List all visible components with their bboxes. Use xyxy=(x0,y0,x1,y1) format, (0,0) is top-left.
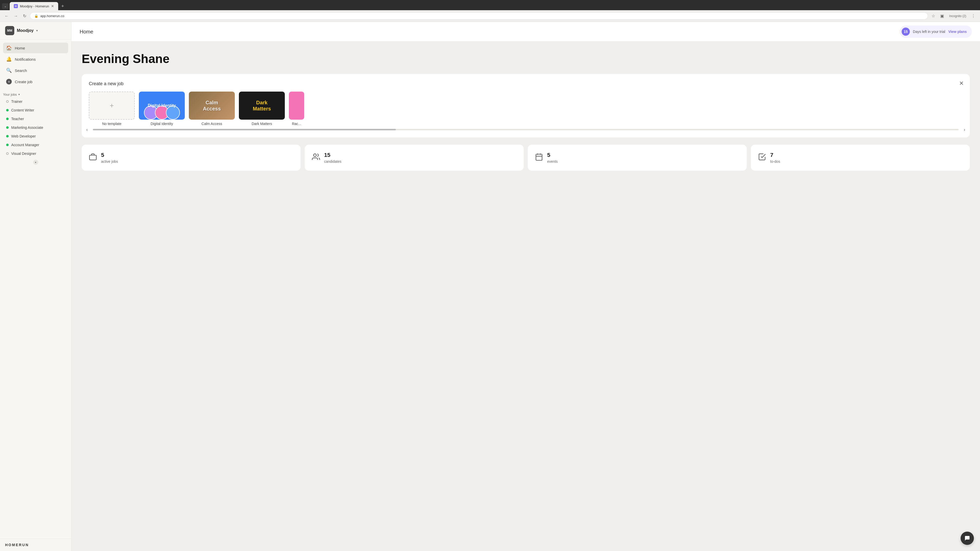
job-label-content-writer: Content Writer xyxy=(11,108,34,112)
template-item-digital-identity[interactable]: Digital Identity Digital Identity xyxy=(139,92,185,126)
active-tab[interactable]: M Moodjoy - Homerun ✕ xyxy=(10,2,58,10)
stat-label-events: events xyxy=(547,159,558,164)
job-item-account-manager[interactable]: Account Manager xyxy=(3,141,68,149)
template-thumb-rac xyxy=(289,92,304,120)
templates-scroll-right-btn[interactable]: › xyxy=(964,127,965,132)
svg-rect-0 xyxy=(89,155,97,160)
job-status-dot-content-writer xyxy=(6,109,9,111)
new-tab-btn[interactable]: + xyxy=(59,3,66,10)
sidebar-item-search-label: Search xyxy=(15,68,27,73)
your-jobs-section-header: Your jobs ▾ xyxy=(0,90,71,97)
template-visual-digital-identity: Digital Identity xyxy=(139,92,185,120)
template-item-dark-matters[interactable]: Dark Matters Dark Matters xyxy=(239,92,285,126)
homerun-logo: HOMERUN xyxy=(5,543,66,547)
page-title: Home xyxy=(80,29,93,35)
stat-number-active-jobs: 5 xyxy=(101,152,118,159)
browser-chrome: ⌄ M Moodjoy - Homerun ✕ + ← → ↻ 🔒 app.ho… xyxy=(0,0,980,22)
job-label-visual-designer: Visual Designer xyxy=(11,151,36,156)
sidebar-scroll-indicator: ▾ xyxy=(0,158,71,167)
stats-row: 5 active jobs 15 xyxy=(82,144,970,171)
svg-rect-2 xyxy=(536,154,542,160)
incognito-btn[interactable]: Incognito (2) xyxy=(948,13,968,19)
stat-card-candidates[interactable]: 15 candidates xyxy=(305,144,524,171)
tab-switcher-btn[interactable]: ⌄ xyxy=(2,3,9,9)
templates-scroll-left-btn[interactable]: ‹ xyxy=(86,127,88,132)
templates-scroll-container: + No template Digital Identity xyxy=(89,92,963,130)
tab-close-btn[interactable]: ✕ xyxy=(51,4,54,8)
templates-scroll-thumb[interactable] xyxy=(93,129,396,130)
job-item-marketing-associate[interactable]: Marketing Associate xyxy=(3,124,68,132)
templates-scroll-track xyxy=(93,129,959,130)
nav-bar: ← → ↻ 🔒 app.homerun.co ☆ ▣ Incognito (2)… xyxy=(0,10,980,22)
template-visual-ca-text: Calm Access xyxy=(203,100,221,112)
create-job-card: Create a new job ✕ + No template xyxy=(82,74,970,138)
create-job-close-btn[interactable]: ✕ xyxy=(959,80,964,87)
reload-btn[interactable]: ↻ xyxy=(21,13,28,19)
job-label-trainer: Trainer xyxy=(11,100,22,103)
job-item-content-writer[interactable]: Content Writer xyxy=(3,106,68,114)
create-job-title: Create a new job xyxy=(89,81,963,86)
sidebar-item-create-job[interactable]: + Create job xyxy=(3,76,68,87)
app-container: MM Moodjoy ▾ 🏠 Home 🔔 Notifications 🔍 Se… xyxy=(0,22,980,551)
job-item-web-developer[interactable]: Web Developer xyxy=(3,132,68,140)
greeting-heading: Evening Shane xyxy=(82,52,970,66)
template-label-digital-identity: Digital Identity xyxy=(139,122,185,126)
view-plans-link[interactable]: View plans xyxy=(948,30,967,34)
chat-button[interactable] xyxy=(961,532,974,545)
top-bar: Home 15 Days left in your trial View pla… xyxy=(72,22,980,41)
job-status-dot-visual-designer xyxy=(6,152,9,155)
template-thumb-calm-access: Calm Access xyxy=(189,92,235,120)
tab-bar: ⌄ M Moodjoy - Homerun ✕ + xyxy=(0,0,980,10)
back-btn[interactable]: ← xyxy=(3,13,10,19)
sidebar-nav: 🏠 Home 🔔 Notifications 🔍 Search + Create… xyxy=(0,40,71,90)
template-plus-icon: + xyxy=(110,102,114,110)
calendar-icon xyxy=(535,153,543,163)
stat-card-todos[interactable]: 7 to-dos xyxy=(751,144,970,171)
content-area: Evening Shane Create a new job ✕ + No te… xyxy=(72,41,980,551)
tab-title: Moodjoy - Homerun xyxy=(20,4,49,8)
template-label-no-template: No template xyxy=(89,122,135,126)
company-dropdown-arrow[interactable]: ▾ xyxy=(36,29,38,32)
address-bar[interactable]: 🔒 app.homerun.co xyxy=(30,12,928,20)
stat-label-candidates: candidates xyxy=(324,159,342,164)
template-thumb-no-template: + xyxy=(89,92,135,120)
job-list: Trainer Content Writer Teacher Marketing… xyxy=(0,97,71,158)
stat-card-active-jobs[interactable]: 5 active jobs xyxy=(82,144,301,171)
job-item-teacher[interactable]: Teacher xyxy=(3,115,68,123)
menu-btn[interactable]: ⋮ xyxy=(970,13,977,19)
sidebar-toggle-btn[interactable]: ▣ xyxy=(939,13,945,19)
templates-row: + No template Digital Identity xyxy=(89,92,963,126)
your-jobs-label: Your jobs xyxy=(3,93,17,97)
checklist-icon xyxy=(758,153,766,163)
job-status-dot-account-manager xyxy=(6,144,9,146)
template-item-rac[interactable]: Rac... xyxy=(289,92,304,126)
stat-number-todos: 7 xyxy=(770,152,780,159)
company-name: Moodjoy xyxy=(17,28,34,33)
trial-days-number: 15 xyxy=(902,27,910,36)
sidebar-footer: HOMERUN xyxy=(0,538,71,551)
template-label-rac: Rac... xyxy=(289,122,304,126)
job-item-trainer[interactable]: Trainer xyxy=(3,97,68,106)
bookmark-btn[interactable]: ☆ xyxy=(930,13,937,19)
job-status-dot-trainer xyxy=(6,100,9,103)
stat-info-events: 5 events xyxy=(547,152,558,164)
your-jobs-dropdown-icon: ▾ xyxy=(18,93,20,96)
sidebar-scroll-down-btn[interactable]: ▾ xyxy=(33,160,38,165)
sidebar-item-home[interactable]: 🏠 Home xyxy=(3,43,68,53)
template-item-no-template[interactable]: + No template xyxy=(89,92,135,126)
stat-info-todos: 7 to-dos xyxy=(770,152,780,164)
url-display: app.homerun.co xyxy=(40,14,924,18)
sidebar-item-notifications[interactable]: 🔔 Notifications xyxy=(3,54,68,65)
stat-card-events[interactable]: 5 events xyxy=(528,144,747,171)
sidebar-item-search[interactable]: 🔍 Search xyxy=(3,65,68,76)
job-item-visual-designer[interactable]: Visual Designer xyxy=(3,149,68,158)
forward-btn[interactable]: → xyxy=(12,13,19,19)
template-visual-di-title: Digital Identity xyxy=(148,103,176,108)
job-label-account-manager: Account Manager xyxy=(11,143,39,147)
template-label-dark-matters: Dark Matters xyxy=(239,122,285,126)
home-icon: 🏠 xyxy=(6,45,12,51)
template-item-calm-access[interactable]: Calm Access Calm Access xyxy=(189,92,235,126)
stat-info-candidates: 15 candidates xyxy=(324,152,342,164)
template-visual-rac xyxy=(289,92,304,120)
job-label-marketing-associate: Marketing Associate xyxy=(11,125,43,130)
